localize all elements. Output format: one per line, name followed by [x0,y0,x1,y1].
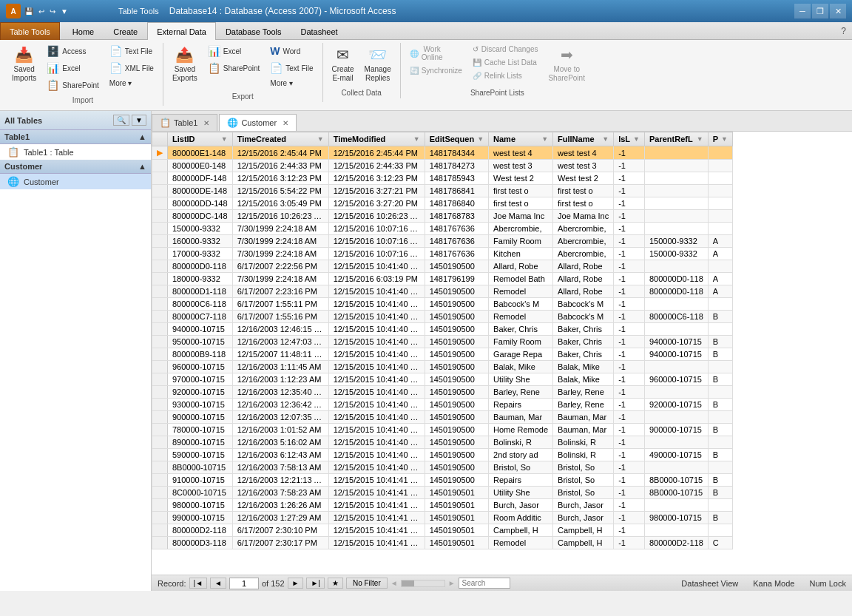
table-row[interactable]: 890000-1071512/16/2003 5:16:02 AM12/15/2… [152,436,733,449]
record-number-input[interactable] [229,578,259,589]
col-listid[interactable]: ListID ▼ [168,132,233,146]
table-row[interactable]: 950000-1071512/16/2003 12:47:03 AM12/15/… [152,336,733,348]
table-cell: 12/15/2015 10:41:40 PM [328,436,425,449]
table-row[interactable]: 990000-1071512/16/2003 1:27:29 AM12/15/2… [152,512,733,524]
table-cell: -1 [614,348,645,361]
tab-datasheet[interactable]: Datasheet [291,22,348,40]
table-row[interactable]: 980000-1071512/16/2003 1:26:26 AM12/15/2… [152,499,733,512]
nav-item-customer[interactable]: 🌐 Customer [0,174,151,189]
tab-create[interactable]: Create [104,22,147,40]
table-row[interactable]: 160000-93327/30/1999 2:24:18 AM12/15/201… [152,235,733,248]
table-row[interactable]: 960000-1071512/16/2003 1:11:45 AM12/15/2… [152,361,733,373]
table-row[interactable]: 800000C7-1186/17/2007 1:55:16 PM12/15/20… [152,311,733,323]
nav-item-table1[interactable]: 📋 Table1 : Table [0,144,151,160]
xml-file-import-btn[interactable]: 📄 XML File [105,60,158,76]
tab-home[interactable]: Home [63,22,104,40]
table-row[interactable]: 590000-1071512/16/2003 6:12:43 AM12/15/2… [152,449,733,461]
col-timemodified[interactable]: TimeModified ▼ [328,132,425,146]
col-parentrefl[interactable]: ParentRefL ▼ [644,132,708,146]
title-bar: A 💾 ↩ ↪ ▼ Table Tools Database14 : Datab… [0,0,852,22]
table-row[interactable]: 970000-1071512/16/2003 1:12:23 AM12/15/2… [152,373,733,386]
nav-section-customer[interactable]: Customer ▲ [0,160,151,174]
sharepoint-export-btn[interactable]: 📋 SharePoint [203,60,264,76]
import-more-btn[interactable]: More ▾ [105,77,158,89]
create-email-btn[interactable]: ✉ CreateE-mail [328,43,359,86]
text-file-export-btn[interactable]: 📄 Text File [266,60,317,76]
col-editsequence[interactable]: EditSequen ▼ [425,132,488,146]
new-record-btn[interactable]: ★ [328,578,343,589]
table-row[interactable]: 8B0000-1071512/16/2003 7:58:13 AM12/15/2… [152,461,733,474]
col-fullname[interactable]: FullName ▼ [553,132,614,146]
scroll-left-btn[interactable]: ◄ [390,579,398,587]
table-row[interactable]: ▶800000E1-14812/15/2016 2:45:44 PM12/15/… [152,146,733,160]
table-row[interactable]: 940000-1071512/16/2003 12:46:15 PM12/15/… [152,323,733,336]
saved-exports-btn[interactable]: 📤 SavedExports [168,43,202,86]
tab-customer-close[interactable]: ✕ [283,119,288,127]
collect-buttons: ✉ CreateE-mail 📨 ManageReplies [328,43,396,86]
table-row[interactable]: 800000E0-14812/15/2016 2:44:33 PM12/15/2… [152,160,733,172]
excel-export-btn[interactable]: 📊 Excel [203,43,264,59]
col-timecreated[interactable]: TimeCreated ▼ [232,132,328,146]
manage-replies-btn[interactable]: 📨 ManageReplies [360,43,396,86]
table-row[interactable]: 170000-93327/30/1999 2:24:18 AM12/15/201… [152,248,733,260]
tab-customer[interactable]: 🌐 Customer ✕ [219,114,297,131]
table-row[interactable]: 780000-1071512/16/2003 1:01:52 AM12/15/2… [152,424,733,436]
table-row[interactable]: 150000-93327/30/1999 2:24:18 AM12/15/201… [152,223,733,235]
prev-record-btn[interactable]: ◄ [210,578,226,589]
table-row[interactable]: 800000DC-14812/15/2016 10:26:23 AM12/15/… [152,210,733,223]
table-row[interactable]: 800000D2-1186/17/2007 2:30:10 PM12/15/20… [152,524,733,537]
table-row[interactable]: 800000DD-14812/15/2016 3:05:49 PM12/15/2… [152,197,733,210]
scroll-track[interactable] [401,580,445,587]
table-row[interactable]: 800000D3-1186/17/2007 2:30:17 PM12/15/20… [152,537,733,549]
table-row[interactable]: 8C0000-1071512/16/2003 7:58:23 AM12/15/2… [152,487,733,499]
excel-import-btn[interactable]: 📊 Excel [42,60,103,76]
tab-table-tools[interactable]: Table Tools [0,22,60,40]
save-quick-btn[interactable]: 💾 [23,6,35,17]
restore-btn[interactable]: ❐ [812,4,828,18]
saved-imports-btn[interactable]: 📥 SavedImports [7,43,41,86]
table-cell [644,499,708,512]
tab-table1-close[interactable]: ✕ [203,119,209,127]
tab-database-tools[interactable]: Database Tools [216,22,291,40]
col-name[interactable]: Name ▼ [489,132,553,146]
table-cell: 1481784344 [425,146,488,160]
search-input[interactable] [459,578,510,589]
import-more-label: More ▾ [109,79,132,87]
ribbon-help-btn[interactable]: ? [835,22,852,39]
table-row[interactable]: 800000D1-1186/17/2007 2:23:16 PM12/15/20… [152,285,733,298]
tab-table1[interactable]: 📋 Table1 ✕ [152,114,217,131]
scroll-right-btn[interactable]: ► [448,579,456,587]
nav-pane-menu-btn[interactable]: ▼ [132,115,146,126]
table-row[interactable]: 180000-93327/30/1999 2:24:18 AM12/15/201… [152,273,733,285]
last-record-btn[interactable]: ►| [306,578,325,589]
filter-btn[interactable]: No Filter [346,578,388,589]
sharepoint-import-btn[interactable]: 📋 SharePoint [42,77,103,93]
close-btn[interactable]: ✕ [830,4,846,18]
word-export-btn[interactable]: W Word [266,43,317,59]
nav-section-table1[interactable]: Table1 ▲ [0,130,151,144]
text-file-import-btn[interactable]: 📄 Text File [105,43,158,59]
data-table-container[interactable]: ListID ▼ TimeCreated ▼ T [152,132,852,575]
table-row[interactable]: 910000-1071512/16/2003 12:21:13 AM12/15/… [152,474,733,487]
export-more-btn[interactable]: More ▾ [266,77,317,89]
undo-quick-btn[interactable]: ↩ [37,6,46,17]
ribbon-group-export: 📤 SavedExports 📊 Excel 📋 SharePoint [163,43,323,102]
table-row[interactable]: 800000B9-11812/15/2007 11:48:11 PM12/15/… [152,348,733,361]
table-row[interactable]: 920000-1071512/16/2003 12:35:40 AM12/15/… [152,386,733,399]
access-import-btn[interactable]: 🗄️ Access [42,43,103,59]
nav-pane-search-btn[interactable]: 🔍 [113,115,129,126]
table-row[interactable]: 930000-1071512/16/2003 12:36:42 AM12/15/… [152,399,733,411]
next-record-btn[interactable]: ► [288,578,304,589]
tab-external-data[interactable]: External Data [147,22,216,40]
minimize-btn[interactable]: ─ [794,4,811,18]
table-row[interactable]: 800000D0-1186/17/2007 2:22:56 PM12/15/20… [152,260,733,273]
table-row[interactable]: 900000-1071512/16/2003 12:07:35 AM12/15/… [152,411,733,424]
first-record-btn[interactable]: |◄ [189,578,208,589]
col-isl[interactable]: IsL ▼ [614,132,645,146]
redo-quick-btn[interactable]: ↪ [48,6,57,17]
table-row[interactable]: 800000DE-14812/15/2016 5:54:22 PM12/15/2… [152,185,733,197]
table-row[interactable]: 800000C6-1186/17/2007 1:55:11 PM12/15/20… [152,298,733,311]
table-row[interactable]: 800000DF-14812/15/2016 3:12:23 PM12/15/2… [152,172,733,185]
col-p[interactable]: P ▼ [708,132,732,146]
customize-quick-btn[interactable]: ▼ [59,6,70,17]
